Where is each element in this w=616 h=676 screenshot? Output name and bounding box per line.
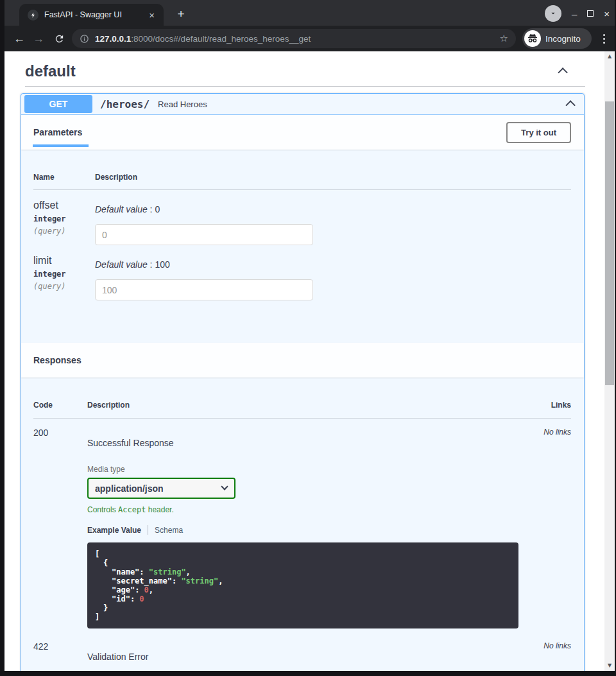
response-row-200: 200 Successful Response Media type appli… <box>33 419 571 628</box>
param-name: offset <box>33 200 95 211</box>
response-links: No links <box>530 428 571 628</box>
tag-title: default <box>25 62 76 80</box>
response-code: 422 <box>33 641 87 662</box>
param-location: (query) <box>33 227 95 236</box>
browser-titlebar: FastAPI - Swagger UI × + – × <box>4 0 615 26</box>
scrollbar-thumb[interactable] <box>605 101 614 385</box>
controls-accept-note: Controls Accept header. <box>87 505 530 514</box>
col-header-description: Description <box>95 173 571 182</box>
param-default: Default value : 0 <box>95 204 571 214</box>
reload-button-icon[interactable] <box>49 33 69 44</box>
address-bar[interactable]: 127.0.0.1:8000/docs#/default/read_heroes… <box>72 29 516 48</box>
col-header-code: Code <box>33 401 87 410</box>
media-type-select-wrap: application/json <box>87 478 235 499</box>
window-maximize-button[interactable] <box>587 10 594 17</box>
tab-schema[interactable]: Schema <box>155 526 183 535</box>
param-offset-input[interactable] <box>95 224 313 245</box>
url-text: 127.0.0.1:8000/docs#/default/read_heroes… <box>95 34 495 44</box>
scrollbar-down-icon[interactable]: ▼ <box>604 661 615 670</box>
tab-parameters[interactable]: Parameters <box>33 127 82 137</box>
browser-menu-icon[interactable] <box>601 31 608 46</box>
response-row-422: 422 Validation Error No links <box>33 628 571 671</box>
tab-title: FastAPI - Swagger UI <box>44 10 141 19</box>
url-host: 127.0.0.1 <box>95 34 131 44</box>
responses-header: Responses <box>21 343 584 377</box>
page-scrollbar[interactable]: ▲ ▼ <box>604 51 615 671</box>
col-header-links: Links <box>530 401 571 410</box>
opblock-summary[interactable]: GET /heroes/ Read Heroes <box>21 94 584 115</box>
example-json-block[interactable]: [ { "name": "string", "secret_name": "st… <box>87 542 518 628</box>
param-default: Default value : 100 <box>95 259 571 270</box>
response-description: Validation Error <box>87 641 530 662</box>
window-minimize-button[interactable]: – <box>572 9 577 19</box>
browser-tab[interactable]: FastAPI - Swagger UI × <box>19 4 164 26</box>
tab-example-value[interactable]: Example Value <box>87 526 141 535</box>
response-description: Successful Response <box>87 428 530 448</box>
response-links: No links <box>530 641 571 662</box>
incognito-label: Incognito <box>545 34 581 44</box>
param-limit-input[interactable] <box>95 279 313 300</box>
parameter-row-offset: offset integer (query) Default value : 0 <box>33 190 571 245</box>
responses-table: Code Description Links 200 Successful Re… <box>21 377 584 671</box>
incognito-badge: Incognito <box>522 28 592 49</box>
tab-divider <box>148 525 148 535</box>
param-type: integer <box>33 270 95 279</box>
col-header-name: Name <box>33 173 95 182</box>
new-tab-button[interactable]: + <box>173 6 189 22</box>
bookmark-star-icon[interactable]: ☆ <box>500 33 508 44</box>
tab-close-icon[interactable]: × <box>146 9 157 21</box>
scrollbar-up-icon[interactable]: ▲ <box>604 52 615 61</box>
incognito-icon <box>524 30 541 47</box>
example-schema-tabs: Example Value Schema <box>87 525 530 535</box>
collapse-tag-chevron-icon[interactable] <box>558 67 568 78</box>
page-viewport: default GET /heroes/ Read Heroes Paramet… <box>4 51 604 671</box>
fastapi-favicon-icon <box>28 10 38 21</box>
site-info-icon[interactable] <box>80 34 89 44</box>
endpoint-summary: Read Heroes <box>158 100 568 109</box>
param-location: (query) <box>33 282 95 291</box>
response-code: 200 <box>33 428 87 628</box>
param-name: limit <box>33 255 95 266</box>
forward-button-icon[interactable]: → <box>29 33 48 44</box>
back-button-icon[interactable]: ← <box>10 33 29 44</box>
parameters-table: Name Description offset integer (query) … <box>21 150 584 343</box>
media-type-label: Media type <box>87 465 530 474</box>
param-type: integer <box>33 214 95 223</box>
endpoint-path: /heroes/ <box>100 98 150 110</box>
col-header-description: Description <box>87 401 530 410</box>
tag-section-header[interactable]: default <box>25 51 585 87</box>
method-badge: GET <box>24 95 92 113</box>
responses-title: Responses <box>33 355 81 365</box>
parameters-header: Parameters Try it out <box>21 115 584 150</box>
opblock-get-heroes: GET /heroes/ Read Heroes Parameters Try … <box>21 93 585 671</box>
media-type-select[interactable]: application/json <box>87 478 235 499</box>
browser-toolbar: ← → 127.0.0.1:8000/docs#/default/read_he… <box>4 26 615 51</box>
try-it-out-button[interactable]: Try it out <box>506 122 571 143</box>
parameter-row-limit: limit integer (query) Default value : 10… <box>33 245 571 300</box>
tab-search-icon[interactable] <box>545 5 561 22</box>
window-close-button[interactable]: × <box>604 9 610 19</box>
url-path: :8000/docs#/default/read_heroes_heroes__… <box>131 34 311 44</box>
